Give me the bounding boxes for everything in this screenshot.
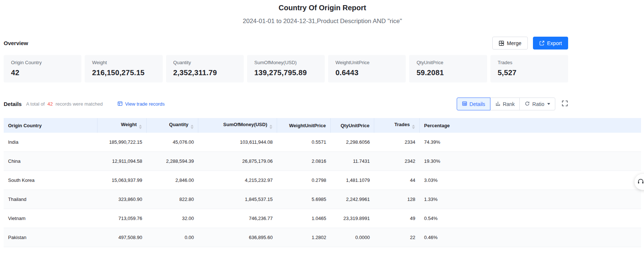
trade-records-icon (117, 101, 123, 107)
cell-weightunitprice: 2.0816 (277, 152, 331, 171)
cell-trades: 22 (374, 228, 420, 247)
export-icon (539, 40, 545, 46)
cell-sumofmoney-usd: 1,845,537.15 (198, 190, 277, 209)
table-row-vietnam[interactable]: Vietnam713,059.7632.00746,236.771.046523… (4, 209, 641, 228)
cell-trades: 2334 (374, 133, 420, 152)
matched-records-text: A total of 42 records were matched (26, 101, 103, 107)
cell-percentage: 3.03% (420, 171, 641, 190)
rank-view-button[interactable]: Rank (490, 98, 520, 110)
cell-weight: 15,063,937.99 (97, 171, 147, 190)
column-header-label: Weight (121, 122, 137, 127)
column-header-label: WeightUnitPrice (289, 123, 326, 128)
matched-suffix: records were matched (56, 101, 103, 107)
rank-view-label: Rank (503, 101, 515, 107)
sort-icon[interactable] (412, 125, 415, 129)
cell-weightunitprice: 1.0465 (277, 209, 331, 228)
column-header-origin-country: Origin Country (4, 118, 97, 133)
cell-qtyunitprice: 2,298.6056 (331, 133, 374, 152)
cell-origin-country: India (4, 133, 97, 152)
cell-trades: 128 (374, 190, 420, 209)
cell-origin-country: China (4, 152, 97, 171)
sort-descending-icon (269, 127, 272, 129)
stat-card-label: Trades (498, 60, 561, 65)
stat-card-value: 0.6443 (335, 69, 398, 77)
cell-weightunitprice: 0.5571 (277, 133, 331, 152)
table-row-china[interactable]: China12,911,094.582,288,594.3926,875,179… (4, 152, 641, 171)
cell-sumofmoney-usd: 26,875,179.06 (198, 152, 277, 171)
table-row-south-korea[interactable]: South Korea15,063,937.992,846.004,215,23… (4, 171, 641, 190)
details-view-label: Details (470, 101, 485, 107)
stat-card-label: Weight (92, 60, 155, 65)
ratio-view-label: Ratio (532, 101, 544, 107)
cell-origin-country: Pakistan (4, 228, 97, 247)
cell-qtyunitprice: 1,481.1079 (331, 171, 374, 190)
overview-header-row: Overview Merge (4, 37, 568, 50)
cell-sumofmoney-usd: 103,611,944.08 (198, 133, 277, 152)
sort-descending-icon (191, 127, 194, 129)
table-header-row: Origin CountryWeightQuantitySumOfMoney(U… (4, 118, 641, 133)
sort-descending-icon (412, 127, 415, 129)
fullscreen-button[interactable] (562, 100, 568, 108)
export-button[interactable]: Export (533, 37, 568, 50)
stat-card-value: 59.2081 (416, 69, 479, 77)
column-header-label: QtyUnitPrice (341, 123, 369, 128)
stat-card-trades: Trades5,527 (490, 55, 568, 82)
stat-card-label: SumOfMoney(USD) (254, 60, 317, 65)
page-subtitle: 2024-01-01 to 2024-12-31,Product Descrip… (4, 18, 641, 25)
cell-weight: 713,059.76 (97, 209, 147, 228)
fullscreen-icon (562, 100, 568, 108)
cell-qtyunitprice: 2,242.9961 (331, 190, 374, 209)
column-header-quantity[interactable]: Quantity (147, 118, 198, 133)
cell-origin-country: Vietnam (4, 209, 97, 228)
column-header-label: SumOfMoney(USD) (223, 122, 267, 127)
sort-descending-icon (139, 127, 142, 129)
merge-button[interactable]: Merge (492, 37, 528, 50)
details-table-icon (462, 101, 467, 107)
column-header-qtyunitprice: QtyUnitPrice (331, 118, 374, 133)
stat-card-weightunitprice: WeightUnitPrice0.6443 (328, 55, 406, 82)
view-switcher: Details Rank (457, 98, 555, 110)
ratio-view-button[interactable]: Ratio (519, 98, 555, 110)
title-block: Country Of Origin Report 2024-01-01 to 2… (4, 3, 641, 25)
cell-weight: 323,860.90 (97, 190, 147, 209)
cell-qtyunitprice: 23,319.8991 (331, 209, 374, 228)
details-section-title: Details (4, 101, 22, 107)
ratio-dropdown-caret-icon (547, 103, 550, 105)
cell-percentage: 74.39% (420, 133, 641, 152)
details-view-button[interactable]: Details (457, 98, 490, 110)
sort-icon[interactable] (269, 125, 272, 129)
stat-card-quantity: Quantity2,352,311.79 (166, 55, 244, 82)
column-header-label: Percentage (424, 123, 450, 128)
table-row-india[interactable]: India185,990,722.1545,076.00103,611,944.… (4, 133, 641, 152)
cell-percentage: 19.30% (420, 152, 641, 171)
sort-icon[interactable] (191, 125, 194, 129)
view-trade-records-link[interactable]: View trade records (117, 101, 165, 107)
cell-percentage: 0.46% (420, 228, 641, 247)
ratio-icon (525, 101, 530, 107)
cell-percentage: 1.33% (420, 190, 641, 209)
cell-sumofmoney-usd: 636,895.60 (198, 228, 277, 247)
column-header-weight[interactable]: Weight (97, 118, 147, 133)
page-title: Country Of Origin Report (4, 3, 641, 12)
cell-quantity: 822.80 (147, 190, 198, 209)
stat-card-weight: Weight216,150,275.15 (85, 55, 162, 82)
sort-ascending-icon (191, 125, 194, 126)
table-row-thailand[interactable]: Thailand323,860.90822.801,845,537.155.69… (4, 190, 641, 209)
cell-quantity: 32.00 (147, 209, 198, 228)
matched-count: 42 (47, 101, 52, 107)
sort-ascending-icon (412, 125, 415, 126)
table-row-pakistan[interactable]: Pakistan497,508.900.00636,895.601.28020.… (4, 228, 641, 247)
stat-card-value: 5,527 (498, 69, 561, 77)
column-header-label: Origin Country (8, 123, 42, 128)
stat-card-qtyunitprice: QtyUnitPrice59.2081 (409, 55, 487, 82)
cell-quantity: 45,076.00 (147, 133, 198, 152)
stat-card-sumofmoney-usd: SumOfMoney(USD)139,275,795.89 (247, 55, 325, 82)
overview-actions: Merge Export (492, 37, 568, 50)
column-header-trades[interactable]: Trades (374, 118, 420, 133)
stat-card-label: QtyUnitPrice (416, 60, 479, 65)
sort-icon[interactable] (139, 125, 142, 129)
column-header-sumofmoney-usd[interactable]: SumOfMoney(USD) (198, 118, 277, 133)
column-header-label: Trades (394, 122, 410, 127)
cell-qtyunitprice: 11.7431 (331, 152, 374, 171)
cell-origin-country: Thailand (4, 190, 97, 209)
